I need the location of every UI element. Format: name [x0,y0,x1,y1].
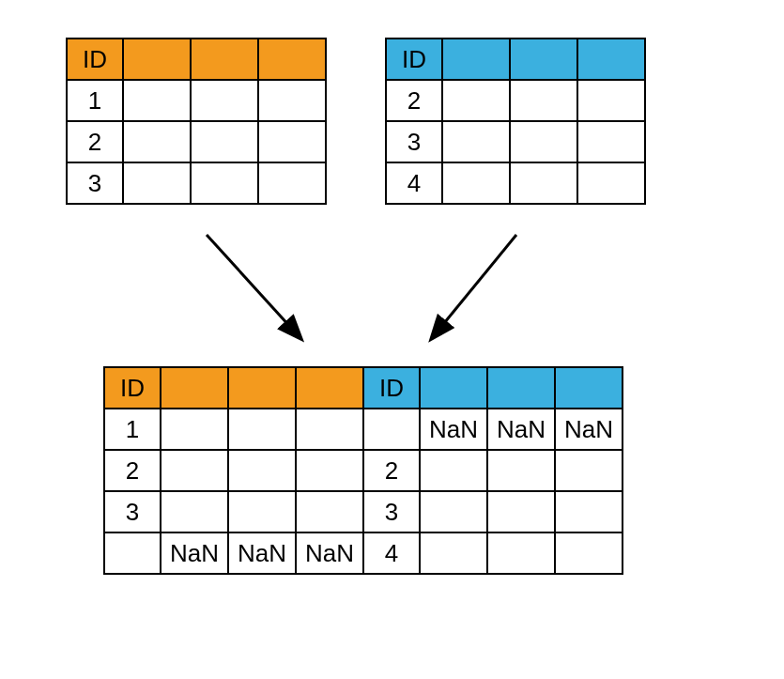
left-table-cell [258,121,326,162]
left-table-cell: 1 [67,80,123,121]
right-table-header-col [442,39,510,80]
merged-cell [487,532,555,574]
merged-cell [228,409,296,450]
left-table-cell [191,162,258,204]
merged-cell-nan: NaN [487,409,555,450]
right-table-cell [577,121,645,162]
merged-cell [363,409,420,450]
left-table-cell: 3 [67,162,123,204]
merged-cell [228,491,296,532]
right-table-cell: 4 [386,162,442,204]
merged-cell: 4 [363,532,420,574]
right-table-cell [510,121,577,162]
merged-right-header-col [420,367,487,409]
right-table-cell [510,162,577,204]
merged-cell [161,450,228,491]
merged-cell: 2 [363,450,420,491]
left-table-cell: 2 [67,121,123,162]
merged-cell-nan: NaN [228,532,296,574]
merged-right-header-col [555,367,623,409]
right-table-cell [442,162,510,204]
merged-cell [555,491,623,532]
merged-output-table: ID ID 1 NaN NaN NaN 2 2 [103,366,623,575]
merged-left-header-col [296,367,363,409]
merged-right-header-col [487,367,555,409]
merged-cell [487,491,555,532]
arrow-right [432,235,516,338]
left-table-cell [191,80,258,121]
merged-cell [555,450,623,491]
merged-cell [161,409,228,450]
merged-cell: 2 [104,450,161,491]
merged-cell: 3 [104,491,161,532]
left-table-cell [258,162,326,204]
merged-cell [296,450,363,491]
merged-cell [296,491,363,532]
left-table-cell [123,162,191,204]
arrow-left [207,235,300,338]
merged-cell [555,532,623,574]
right-table-cell [510,80,577,121]
merged-cell [296,409,363,450]
right-table-header-id: ID [386,39,442,80]
right-input-table: ID 2 3 4 [385,38,646,205]
right-table-header-col [510,39,577,80]
merged-left-header-col [161,367,228,409]
merged-left-header-col [228,367,296,409]
left-table-cell [191,121,258,162]
right-table-cell: 3 [386,121,442,162]
merged-cell-nan: NaN [420,409,487,450]
merged-cell [487,450,555,491]
left-table-header-col [191,39,258,80]
merged-left-header-id: ID [104,367,161,409]
merged-cell-nan: NaN [161,532,228,574]
merged-cell: 1 [104,409,161,450]
right-table-header-col [577,39,645,80]
left-table-cell [258,80,326,121]
merged-cell [420,491,487,532]
merge-diagram: ID 1 2 3 ID [38,38,751,648]
merged-cell [161,491,228,532]
merged-cell-nan: NaN [296,532,363,574]
right-table-cell: 2 [386,80,442,121]
merged-cell [104,532,161,574]
left-input-table: ID 1 2 3 [66,38,327,205]
merged-cell: 3 [363,491,420,532]
right-table-cell [577,162,645,204]
merged-cell [420,532,487,574]
right-table-cell [442,121,510,162]
merged-right-header-id: ID [363,367,420,409]
left-table-cell [123,80,191,121]
left-table-header-id: ID [67,39,123,80]
left-table-cell [123,121,191,162]
left-table-header-col [258,39,326,80]
left-table-header-col [123,39,191,80]
merged-cell-nan: NaN [555,409,623,450]
merged-cell [420,450,487,491]
right-table-cell [442,80,510,121]
merged-cell [228,450,296,491]
right-table-cell [577,80,645,121]
